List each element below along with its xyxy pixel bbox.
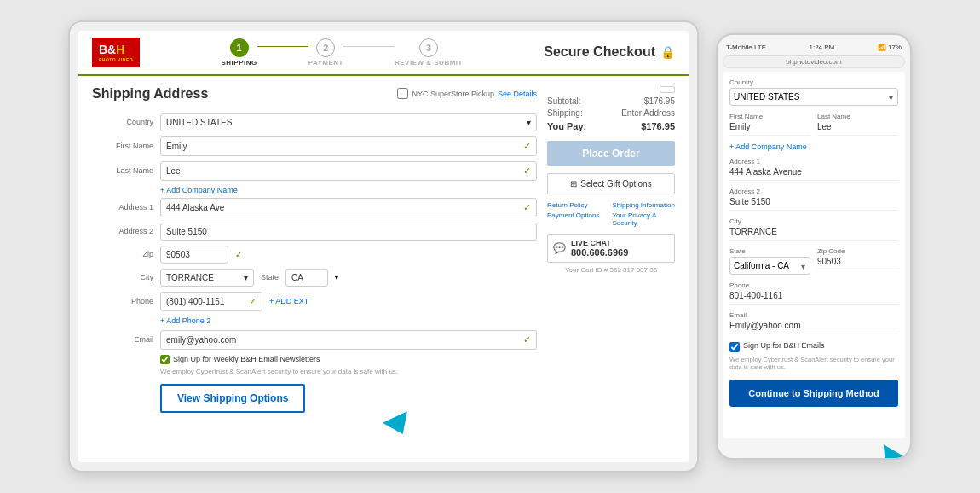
address1-label: Address 1 (92, 203, 153, 212)
city-input[interactable]: TORRANCE ▾ (160, 269, 254, 287)
mobile-state-group: State California - CA (729, 247, 810, 275)
live-chat-label: LIVE CHAT (571, 239, 628, 247)
mobile-arrow (878, 450, 902, 460)
city-state-row: City TORRANCE ▾ State CA ▾ (92, 269, 537, 287)
mobile-address2-group: Address 2 Suite 5150 (729, 188, 898, 211)
gift-options-button[interactable]: ⊞ Select Gift Options (547, 173, 675, 194)
footer-links: Return Policy Shipping Information Payme… (547, 201, 675, 227)
mobile-city-group: City TORRANCE (729, 218, 898, 241)
cart-id: Your Cart ID # 362 817 087 36 (547, 266, 675, 274)
address1-input[interactable]: 444 Alaska Ave ✓ (160, 198, 537, 218)
state-input[interactable]: CA (285, 269, 328, 287)
desktop-arrow (385, 416, 412, 435)
gift-icon: ⊞ (570, 179, 577, 188)
mobile-signup-row: Sign Up for B&H Emails (729, 341, 898, 352)
country-input[interactable]: UNITED STATES ▾ (160, 113, 537, 131)
desktop-screen: B&H PHOTO VIDEO 1 SHIPPING 2 PAYMENT 3 R… (78, 31, 689, 462)
zip-checkmark: ✓ (235, 250, 242, 259)
step-label-2: PAYMENT (308, 59, 343, 67)
mobile-mockup: T-Mobile LTE 1:24 PM 📶 17% bhphotovideo.… (716, 33, 912, 460)
mobile-phone-value[interactable]: 801-400-1161 (729, 291, 898, 304)
secure-checkout: Secure Checkout 🔒 (544, 44, 675, 60)
nyc-pickup-checkbox[interactable] (397, 88, 408, 99)
email-row: Email emily@yahoo.com ✓ (92, 330, 537, 350)
mobile-last-name-value[interactable]: Lee (817, 122, 898, 136)
payment-options-link[interactable]: Payment Options (547, 212, 610, 227)
shipping-info-link[interactable]: Shipping Information (613, 201, 676, 209)
you-pay-row: You Pay: $176.95 (547, 121, 675, 131)
add-ext-link[interactable]: + ADD EXT (269, 297, 308, 305)
first-name-input[interactable]: Emily ✓ (160, 136, 537, 156)
signup-checkbox[interactable] (160, 355, 170, 364)
add-company-link[interactable]: + Add Company Name (160, 186, 537, 194)
carrier-label: T-Mobile LTE (726, 44, 766, 51)
mobile-zip-value[interactable]: 90503 (817, 257, 898, 270)
battery-indicator: 📶 17% (878, 44, 902, 51)
mobile-first-name-group: First Name Emily (729, 113, 810, 136)
mobile-first-name-label: First Name (729, 113, 810, 120)
mobile-email-value[interactable]: Emily@yahoo.com (729, 321, 898, 334)
first-name-row: First Name Emily ✓ (92, 136, 537, 156)
mobile-phone-group: Phone 801-400-1161 (729, 281, 898, 304)
city-label: City (92, 273, 153, 281)
mobile-country-group: Country UNITED STATES (729, 78, 898, 106)
subtotal-label: Subtotal: (547, 96, 580, 106)
nyc-pickup: NYC SuperStore Pickup See Details (397, 88, 537, 99)
mobile-first-name-value[interactable]: Emily (729, 122, 810, 136)
see-details-link[interactable]: See Details (498, 90, 537, 98)
secure-checkout-label: Secure Checkout (544, 44, 655, 60)
mobile-signup-checkbox[interactable] (729, 342, 740, 352)
chat-phone-number: 800.606.6969 (571, 247, 628, 258)
edit-cart-button[interactable] (660, 86, 675, 93)
step-line-2 (343, 46, 395, 47)
chat-icon: 💬 (553, 242, 566, 254)
order-summary: Subtotal: $176.95 Shipping: Enter Addres… (547, 86, 675, 413)
subtotal-value: $176.95 (644, 96, 675, 106)
mobile-url-bar[interactable]: bhphotovideo.com (723, 55, 905, 68)
mobile-state-label: State (729, 247, 810, 255)
zip-input[interactable]: 90503 (160, 246, 228, 264)
time-label: 1:24 PM (809, 44, 834, 51)
privacy-link[interactable]: Your Privacy & Security (613, 212, 676, 227)
last-name-row: Last Name Lee ✓ (92, 161, 537, 181)
step-line-1 (257, 46, 308, 47)
step-label-3: REVIEW & SUBMIT (395, 59, 463, 67)
last-name-label: Last Name (92, 166, 153, 175)
place-order-button[interactable]: Place Order (547, 141, 675, 166)
mobile-city-label: City (729, 218, 898, 225)
email-input[interactable]: emily@yahoo.com ✓ (160, 330, 537, 350)
continue-to-shipping-button[interactable]: Continue to Shipping Method (729, 380, 898, 407)
address2-label: Address 2 (92, 227, 153, 235)
lock-icon: 🔒 (660, 45, 675, 59)
mobile-city-value[interactable]: TORRANCE (729, 227, 898, 241)
mobile-zip-label: Zip Code (817, 247, 898, 255)
you-pay-label: You Pay: (547, 121, 586, 131)
mobile-phone-label: Phone (729, 281, 898, 289)
mobile-address2-value[interactable]: Suite 5150 (729, 197, 898, 211)
mobile-last-name-group: Last Name Lee (817, 113, 898, 136)
mobile-state-select[interactable]: California - CA (729, 257, 810, 275)
step-circle-3: 3 (419, 38, 438, 57)
add-phone-link[interactable]: + Add Phone 2 (160, 316, 537, 325)
last-name-input[interactable]: Lee ✓ (160, 161, 537, 181)
mobile-address1-value[interactable]: 444 Alaska Avenue (729, 167, 898, 181)
email-label: Email (92, 335, 153, 344)
mobile-country-select[interactable]: UNITED STATES (729, 88, 898, 106)
address2-input[interactable]: Suite 5150 (160, 223, 537, 241)
subtotal-row: Subtotal: $176.95 (547, 96, 675, 106)
desktop-mockup: B&H PHOTO VIDEO 1 SHIPPING 2 PAYMENT 3 R… (68, 20, 699, 473)
return-policy-link[interactable]: Return Policy (547, 201, 610, 209)
step-review: 3 REVIEW & SUBMIT (395, 38, 463, 67)
view-shipping-button[interactable]: View Shipping Options (160, 384, 305, 413)
bh-logo: B&H PHOTO VIDEO (92, 38, 140, 67)
mobile-security-note: We employ Cybertrust & ScanAlert securit… (729, 356, 898, 371)
phone-input[interactable]: (801) 400-1161 ✓ (160, 292, 262, 311)
step-circle-1: 1 (230, 38, 249, 57)
mobile-email-label: Email (729, 311, 898, 319)
phone-label: Phone (92, 297, 153, 305)
mobile-add-company-link[interactable]: + Add Company Name (729, 142, 898, 151)
country-label: Country (92, 118, 153, 126)
step-payment: 2 PAYMENT (308, 38, 343, 67)
address2-row: Address 2 Suite 5150 (92, 223, 537, 241)
shipping-row: Shipping: Enter Address (547, 108, 675, 118)
